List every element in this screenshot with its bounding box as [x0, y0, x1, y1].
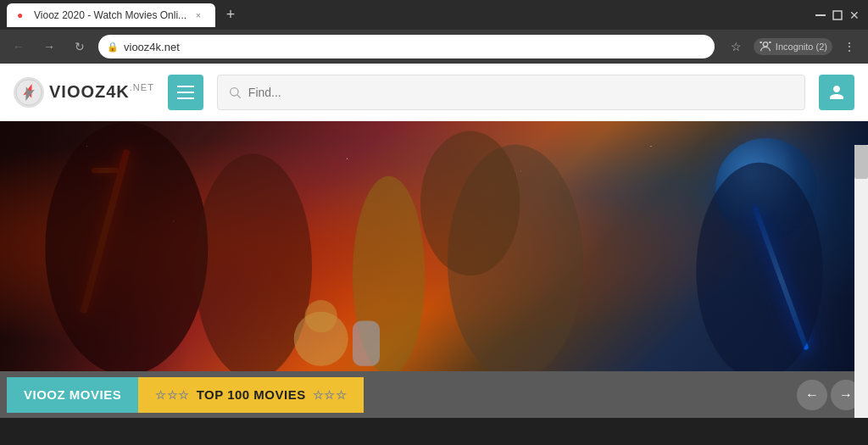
- scrollbar[interactable]: [854, 145, 868, 418]
- svg-rect-18: [353, 321, 380, 366]
- svg-point-15: [420, 131, 520, 276]
- bookmark-button[interactable]: ☆: [725, 35, 748, 58]
- browser-menu-button[interactable]: ⋮: [837, 35, 861, 58]
- address-bar-right: ☆ Incognito (2) ⋮: [725, 35, 861, 58]
- hamburger-line: [177, 92, 194, 93]
- characters-silhouette: [0, 121, 868, 371]
- browser-chrome: ● Viooz 2020 - Watch Movies Onli... × + …: [0, 0, 868, 64]
- svg-point-14: [696, 163, 822, 371]
- close-window-button[interactable]: ✕: [848, 8, 861, 22]
- title-bar: ● Viooz 2020 - Watch Movies Onli... × + …: [0, 0, 868, 30]
- user-account-button[interactable]: [819, 75, 854, 110]
- search-bar[interactable]: [217, 75, 805, 110]
- stars-right-icon: ☆☆☆: [313, 388, 348, 402]
- site-logo[interactable]: VIOOZ4K.NET: [14, 77, 154, 108]
- svg-point-17: [304, 300, 337, 332]
- svg-line-9: [237, 95, 241, 98]
- address-input-wrap[interactable]: 🔒 viooz4k.net: [98, 35, 715, 58]
- maximize-button[interactable]: [831, 8, 844, 22]
- reload-button[interactable]: ↻: [68, 35, 92, 58]
- browser-tab[interactable]: ● Viooz 2020 - Watch Movies Onli... ×: [7, 3, 215, 27]
- address-bar: ← → ↻ 🔒 viooz4k.net ☆ Incognito (2) ⋮: [0, 30, 868, 64]
- svg-point-8: [231, 87, 238, 95]
- incognito-label: Incognito (2): [776, 42, 827, 52]
- tab-close-button[interactable]: ×: [192, 8, 205, 22]
- bottom-navigation-bar: VIOOZ MOVIES ☆☆☆ TOP 100 MOVIES ☆☆☆ ← →: [0, 371, 868, 418]
- svg-rect-1: [833, 11, 842, 19]
- hamburger-menu-button[interactable]: [168, 75, 203, 110]
- svg-rect-4: [769, 42, 771, 43]
- url-display: viooz4k.net: [124, 41, 706, 53]
- svg-point-2: [763, 42, 767, 47]
- hamburger-line: [177, 97, 194, 99]
- svg-rect-3: [760, 42, 762, 43]
- back-button[interactable]: ←: [7, 35, 31, 58]
- svg-point-10: [45, 122, 208, 371]
- new-tab-button[interactable]: +: [219, 3, 242, 27]
- search-icon: [228, 86, 242, 99]
- search-input[interactable]: [248, 86, 794, 99]
- website-content: VIOOZ4K.NET: [0, 64, 868, 418]
- forward-button[interactable]: →: [37, 35, 61, 58]
- minimize-button[interactable]: [814, 8, 827, 22]
- logo-icon: [14, 77, 44, 108]
- top-100-movies-button[interactable]: ☆☆☆ TOP 100 MOVIES ☆☆☆: [138, 377, 364, 413]
- scrollbar-thumb[interactable]: [854, 145, 868, 179]
- site-header: VIOOZ4K.NET: [0, 64, 868, 121]
- prev-arrow-button[interactable]: ←: [797, 380, 827, 410]
- tab-favicon: ●: [17, 9, 29, 21]
- navigation-arrows: ← →: [797, 380, 861, 410]
- svg-rect-0: [815, 14, 826, 16]
- tab-title: Viooz 2020 - Watch Movies Onli...: [34, 9, 186, 21]
- title-bar-left: ● Viooz 2020 - Watch Movies Onli... × +: [7, 3, 242, 27]
- logo-text: VIOOZ4K.NET: [49, 82, 154, 102]
- lock-icon: 🔒: [107, 42, 119, 53]
- viooz-movies-button[interactable]: VIOOZ MOVIES: [7, 377, 138, 413]
- hamburger-line: [177, 86, 194, 87]
- hero-banner: [0, 121, 868, 371]
- top100-label: TOP 100 MOVIES: [197, 387, 306, 402]
- window-controls: ✕: [814, 8, 861, 22]
- stars-left-icon: ☆☆☆: [155, 388, 190, 402]
- incognito-badge[interactable]: Incognito (2): [754, 38, 832, 55]
- user-icon: [828, 84, 845, 101]
